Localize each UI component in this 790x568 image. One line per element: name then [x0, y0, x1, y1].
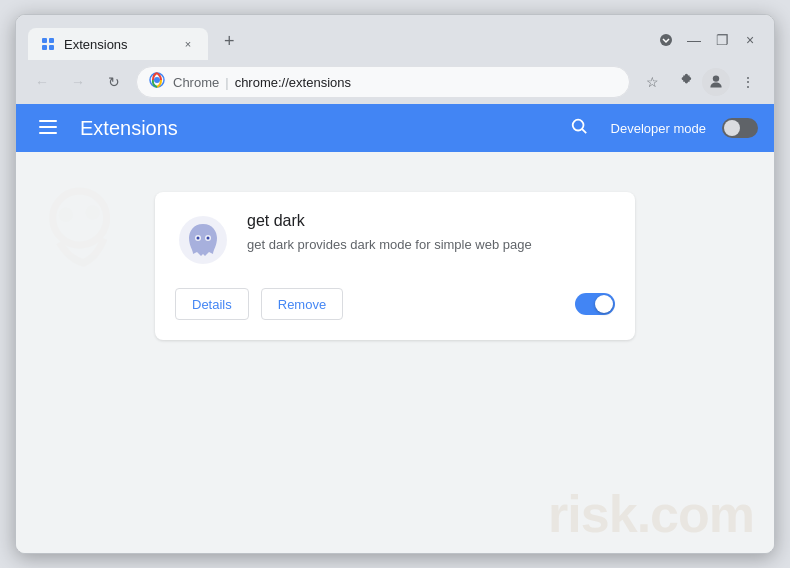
back-button[interactable]: ← [28, 68, 56, 96]
watermark: risk.com [548, 486, 754, 543]
extension-toggle-knob [595, 295, 613, 313]
developer-mode-label: Developer mode [611, 121, 706, 136]
browser-toolbar: ← → ↻ Chrome | chrome://extensions [16, 60, 774, 104]
profile-button[interactable] [702, 68, 730, 96]
window-controls: — ❐ × [654, 28, 762, 60]
hamburger-icon [39, 118, 57, 139]
minimize-button[interactable]: — [682, 28, 706, 52]
svg-line-12 [582, 129, 586, 133]
extensions-header: Extensions Developer mode [16, 104, 774, 152]
new-tab-button[interactable]: + [212, 23, 247, 60]
watermark-top [36, 182, 126, 285]
address-bar[interactable]: Chrome | chrome://extensions [136, 66, 630, 98]
bookmark-icon: ☆ [646, 74, 659, 90]
svg-rect-1 [49, 38, 54, 43]
extension-description: get dark provides dark mode for simple w… [247, 236, 615, 254]
extensions-content: risk.com get dark g [16, 152, 774, 553]
svg-point-6 [154, 77, 160, 83]
tab-favicon-icon [40, 36, 56, 52]
address-url: chrome://extensions [235, 75, 351, 90]
maximize-button[interactable]: ❐ [710, 28, 734, 52]
extension-card-bottom: Details Remove [175, 288, 615, 320]
toolbar-actions: ☆ ⋮ [638, 68, 762, 96]
tab-close-button[interactable]: × [180, 36, 196, 52]
extension-icon [175, 212, 231, 268]
chrome-logo-icon [149, 72, 165, 92]
extension-card-top: get dark get dark provides dark mode for… [175, 212, 615, 268]
extension-info: get dark get dark provides dark mode for… [247, 212, 615, 254]
search-icon [570, 117, 588, 140]
svg-rect-10 [39, 132, 57, 134]
extensions-button[interactable] [670, 68, 698, 96]
forward-button[interactable]: → [64, 68, 92, 96]
close-window-button[interactable]: × [738, 28, 762, 52]
hamburger-menu-button[interactable] [32, 112, 64, 144]
svg-rect-2 [42, 45, 47, 50]
tab-title-text: Extensions [64, 37, 172, 52]
extension-enable-toggle[interactable] [575, 293, 615, 315]
extension-card: get dark get dark provides dark mode for… [155, 192, 635, 340]
profile-icon [708, 73, 724, 92]
active-tab[interactable]: Extensions × [28, 28, 208, 60]
address-separator: | [225, 75, 228, 90]
extensions-search-button[interactable] [563, 112, 595, 144]
details-button[interactable]: Details [175, 288, 249, 320]
svg-rect-8 [39, 120, 57, 122]
svg-point-4 [660, 34, 672, 46]
tab-dropdown-button[interactable] [654, 28, 678, 52]
svg-point-19 [197, 237, 200, 240]
svg-point-20 [207, 237, 210, 240]
bookmark-button[interactable]: ☆ [638, 68, 666, 96]
extensions-page-title: Extensions [80, 117, 547, 140]
extensions-puzzle-icon [676, 73, 692, 92]
svg-rect-3 [49, 45, 54, 50]
developer-mode-toggle[interactable] [722, 118, 758, 138]
remove-button[interactable]: Remove [261, 288, 343, 320]
svg-point-7 [713, 75, 719, 81]
svg-point-13 [50, 189, 109, 248]
browser-window: Extensions × + — ❐ × ← → ↻ [15, 14, 775, 554]
title-bar: Extensions × + — ❐ × [16, 15, 774, 60]
extension-name: get dark [247, 212, 615, 230]
toggle-knob [724, 120, 740, 136]
address-brand: Chrome [173, 75, 219, 90]
svg-point-11 [572, 119, 583, 130]
menu-button[interactable]: ⋮ [734, 68, 762, 96]
svg-point-14 [58, 207, 74, 223]
svg-rect-0 [42, 38, 47, 43]
svg-point-15 [85, 205, 101, 221]
address-text: Chrome | chrome://extensions [173, 75, 351, 90]
svg-rect-9 [39, 126, 57, 128]
reload-button[interactable]: ↻ [100, 68, 128, 96]
three-dot-menu-icon: ⋮ [741, 74, 755, 90]
